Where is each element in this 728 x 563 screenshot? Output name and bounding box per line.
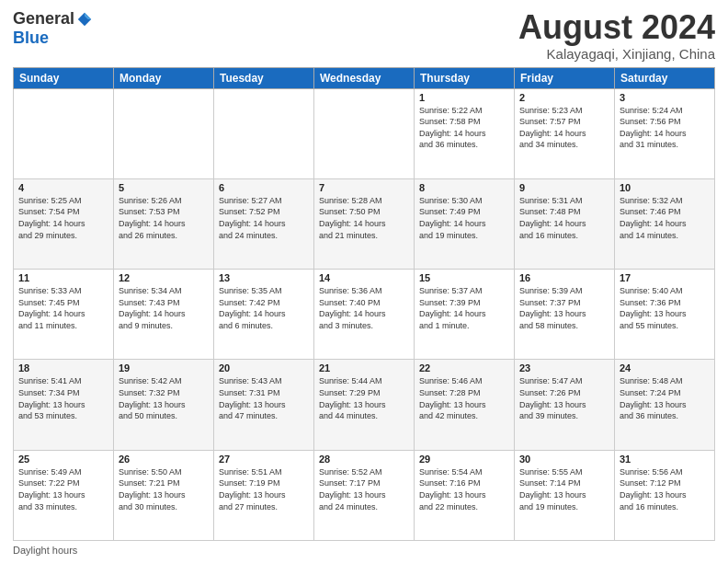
logo: General Blue xyxy=(13,9,93,48)
day-number: 6 xyxy=(219,182,309,193)
table-row: 3Sunrise: 5:24 AM Sunset: 7:56 PM Daylig… xyxy=(615,88,715,178)
day-info: Sunrise: 5:37 AM Sunset: 7:39 PM Dayligh… xyxy=(419,285,509,331)
day-info: Sunrise: 5:27 AM Sunset: 7:52 PM Dayligh… xyxy=(219,195,309,241)
day-number: 4 xyxy=(18,182,108,193)
day-number: 3 xyxy=(620,92,710,103)
day-info: Sunrise: 5:34 AM Sunset: 7:43 PM Dayligh… xyxy=(119,285,209,331)
month-title: August 2024 xyxy=(518,9,715,46)
day-number: 11 xyxy=(18,272,108,283)
title-area: August 2024 Kalayagaqi, Xinjiang, China xyxy=(518,9,715,62)
day-number: 28 xyxy=(319,454,409,465)
table-row: 13Sunrise: 5:35 AM Sunset: 7:42 PM Dayli… xyxy=(214,270,314,360)
table-row: 8Sunrise: 5:30 AM Sunset: 7:49 PM Daylig… xyxy=(415,178,515,269)
day-info: Sunrise: 5:28 AM Sunset: 7:50 PM Dayligh… xyxy=(319,195,409,241)
day-number: 29 xyxy=(419,454,509,465)
table-row xyxy=(214,88,314,178)
table-row: 9Sunrise: 5:31 AM Sunset: 7:48 PM Daylig… xyxy=(515,178,615,269)
day-number: 22 xyxy=(419,362,509,373)
day-info: Sunrise: 5:52 AM Sunset: 7:17 PM Dayligh… xyxy=(319,466,409,512)
day-info: Sunrise: 5:32 AM Sunset: 7:46 PM Dayligh… xyxy=(620,195,710,241)
table-row xyxy=(14,88,114,178)
table-row: 24Sunrise: 5:48 AM Sunset: 7:24 PM Dayli… xyxy=(615,360,715,450)
day-info: Sunrise: 5:51 AM Sunset: 7:19 PM Dayligh… xyxy=(219,466,309,512)
table-row: 28Sunrise: 5:52 AM Sunset: 7:17 PM Dayli… xyxy=(314,450,415,540)
calendar: Sunday Monday Tuesday Wednesday Thursday… xyxy=(13,67,715,541)
table-row: 31Sunrise: 5:56 AM Sunset: 7:12 PM Dayli… xyxy=(615,450,715,540)
day-info: Sunrise: 5:46 AM Sunset: 7:28 PM Dayligh… xyxy=(419,375,509,421)
col-tuesday: Tuesday xyxy=(214,67,314,88)
day-info: Sunrise: 5:30 AM Sunset: 7:49 PM Dayligh… xyxy=(419,195,509,241)
table-row: 16Sunrise: 5:39 AM Sunset: 7:37 PM Dayli… xyxy=(515,270,615,360)
day-info: Sunrise: 5:36 AM Sunset: 7:40 PM Dayligh… xyxy=(319,285,409,331)
col-wednesday: Wednesday xyxy=(314,67,415,88)
day-number: 17 xyxy=(620,272,710,283)
day-info: Sunrise: 5:26 AM Sunset: 7:53 PM Dayligh… xyxy=(119,195,209,241)
footer-note: Daylight hours xyxy=(13,545,715,556)
day-info: Sunrise: 5:56 AM Sunset: 7:12 PM Dayligh… xyxy=(620,466,710,512)
day-number: 23 xyxy=(519,362,609,373)
calendar-header-row: Sunday Monday Tuesday Wednesday Thursday… xyxy=(14,67,715,88)
day-number: 20 xyxy=(219,362,309,373)
table-row: 1Sunrise: 5:22 AM Sunset: 7:58 PM Daylig… xyxy=(415,88,515,178)
day-number: 27 xyxy=(219,454,309,465)
col-friday: Friday xyxy=(515,67,615,88)
location: Kalayagaqi, Xinjiang, China xyxy=(518,46,715,62)
calendar-week-row: 11Sunrise: 5:33 AM Sunset: 7:45 PM Dayli… xyxy=(14,270,715,360)
table-row: 10Sunrise: 5:32 AM Sunset: 7:46 PM Dayli… xyxy=(615,178,715,269)
day-info: Sunrise: 5:54 AM Sunset: 7:16 PM Dayligh… xyxy=(419,466,509,512)
day-number: 15 xyxy=(419,272,509,283)
table-row: 23Sunrise: 5:47 AM Sunset: 7:26 PM Dayli… xyxy=(515,360,615,450)
day-info: Sunrise: 5:23 AM Sunset: 7:57 PM Dayligh… xyxy=(519,105,609,151)
table-row: 11Sunrise: 5:33 AM Sunset: 7:45 PM Dayli… xyxy=(14,270,114,360)
day-info: Sunrise: 5:35 AM Sunset: 7:42 PM Dayligh… xyxy=(219,285,309,331)
day-info: Sunrise: 5:41 AM Sunset: 7:34 PM Dayligh… xyxy=(18,375,108,421)
day-number: 2 xyxy=(519,92,609,103)
table-row: 27Sunrise: 5:51 AM Sunset: 7:19 PM Dayli… xyxy=(214,450,314,540)
table-row: 4Sunrise: 5:25 AM Sunset: 7:54 PM Daylig… xyxy=(14,178,114,269)
table-row: 15Sunrise: 5:37 AM Sunset: 7:39 PM Dayli… xyxy=(415,270,515,360)
day-number: 13 xyxy=(219,272,309,283)
table-row: 29Sunrise: 5:54 AM Sunset: 7:16 PM Dayli… xyxy=(415,450,515,540)
day-number: 12 xyxy=(119,272,209,283)
table-row: 25Sunrise: 5:49 AM Sunset: 7:22 PM Dayli… xyxy=(14,450,114,540)
day-info: Sunrise: 5:24 AM Sunset: 7:56 PM Dayligh… xyxy=(620,105,710,151)
table-row xyxy=(314,88,415,178)
day-info: Sunrise: 5:48 AM Sunset: 7:24 PM Dayligh… xyxy=(620,375,710,421)
calendar-week-row: 25Sunrise: 5:49 AM Sunset: 7:22 PM Dayli… xyxy=(14,450,715,540)
day-info: Sunrise: 5:31 AM Sunset: 7:48 PM Dayligh… xyxy=(519,195,609,241)
table-row: 19Sunrise: 5:42 AM Sunset: 7:32 PM Dayli… xyxy=(114,360,214,450)
day-info: Sunrise: 5:25 AM Sunset: 7:54 PM Dayligh… xyxy=(18,195,108,241)
day-number: 18 xyxy=(18,362,108,373)
day-number: 30 xyxy=(519,454,609,465)
col-sunday: Sunday xyxy=(14,67,114,88)
day-info: Sunrise: 5:49 AM Sunset: 7:22 PM Dayligh… xyxy=(18,466,108,512)
table-row xyxy=(114,88,214,178)
col-monday: Monday xyxy=(114,67,214,88)
day-info: Sunrise: 5:55 AM Sunset: 7:14 PM Dayligh… xyxy=(519,466,609,512)
day-info: Sunrise: 5:43 AM Sunset: 7:31 PM Dayligh… xyxy=(219,375,309,421)
calendar-week-row: 18Sunrise: 5:41 AM Sunset: 7:34 PM Dayli… xyxy=(14,360,715,450)
day-info: Sunrise: 5:33 AM Sunset: 7:45 PM Dayligh… xyxy=(18,285,108,331)
day-number: 24 xyxy=(620,362,710,373)
day-number: 7 xyxy=(319,182,409,193)
table-row: 7Sunrise: 5:28 AM Sunset: 7:50 PM Daylig… xyxy=(314,178,415,269)
calendar-week-row: 4Sunrise: 5:25 AM Sunset: 7:54 PM Daylig… xyxy=(14,178,715,269)
table-row: 30Sunrise: 5:55 AM Sunset: 7:14 PM Dayli… xyxy=(515,450,615,540)
table-row: 22Sunrise: 5:46 AM Sunset: 7:28 PM Dayli… xyxy=(415,360,515,450)
table-row: 17Sunrise: 5:40 AM Sunset: 7:36 PM Dayli… xyxy=(615,270,715,360)
table-row: 2Sunrise: 5:23 AM Sunset: 7:57 PM Daylig… xyxy=(515,88,615,178)
day-number: 19 xyxy=(119,362,209,373)
day-number: 1 xyxy=(419,92,509,103)
day-number: 10 xyxy=(620,182,710,193)
logo-text: General xyxy=(13,9,93,29)
day-info: Sunrise: 5:47 AM Sunset: 7:26 PM Dayligh… xyxy=(519,375,609,421)
day-number: 8 xyxy=(419,182,509,193)
day-number: 5 xyxy=(119,182,209,193)
day-info: Sunrise: 5:22 AM Sunset: 7:58 PM Dayligh… xyxy=(419,105,509,151)
day-number: 25 xyxy=(18,454,108,465)
day-number: 31 xyxy=(620,454,710,465)
day-info: Sunrise: 5:40 AM Sunset: 7:36 PM Dayligh… xyxy=(620,285,710,331)
day-info: Sunrise: 5:50 AM Sunset: 7:21 PM Dayligh… xyxy=(119,466,209,512)
logo-general: General xyxy=(13,9,74,29)
table-row: 18Sunrise: 5:41 AM Sunset: 7:34 PM Dayli… xyxy=(14,360,114,450)
